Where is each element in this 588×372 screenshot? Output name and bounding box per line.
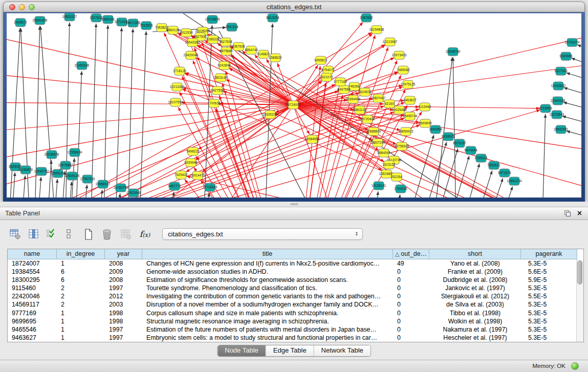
network-node[interactable]: 6466160 (101, 15, 115, 24)
table-cell[interactable]: 2008 (105, 276, 142, 284)
network-node[interactable]: 1588520 (269, 54, 282, 62)
table-cell[interactable]: Tourette syndrome. Phenomenology and cla… (142, 284, 393, 292)
network-node[interactable]: 9455812 (314, 56, 328, 64)
table-cell[interactable]: 2012 (105, 292, 142, 300)
network-edge[interactable] (54, 179, 57, 198)
table-cell[interactable]: de Silva et al. (2003) (429, 300, 521, 309)
table-cell[interactable]: Changes of HCN gene expression and I(f) … (142, 259, 393, 268)
minimize-window-button[interactable] (19, 4, 25, 10)
network-node[interactable]: 252254 (391, 173, 402, 181)
network-node[interactable]: 9777169 (334, 78, 347, 86)
network-node[interactable]: 16154808 (369, 26, 384, 34)
network-node[interactable]: 17957203 (80, 175, 95, 183)
network-node[interactable]: 7857224 (225, 23, 238, 31)
network-node[interactable]: 1700636 (207, 99, 221, 107)
table-cell[interactable]: Stergiakouli et al. (2012) (429, 292, 521, 300)
network-edge[interactable] (69, 182, 72, 198)
table-cell[interactable]: 0 (393, 309, 429, 317)
network-edge[interactable] (117, 193, 120, 198)
network-edge[interactable] (397, 194, 400, 198)
network-node[interactable]: 10651234 (507, 177, 522, 185)
network-node[interactable]: 9827508 (219, 38, 232, 46)
table-cell[interactable]: Estimation of the future numbers of pati… (142, 325, 393, 334)
table-cell[interactable]: Corpus callosum shape and size in male p… (142, 309, 393, 317)
network-node[interactable]: 9474444 (464, 146, 477, 155)
network-node[interactable]: 12975125 (401, 80, 416, 89)
network-node[interactable]: 8186328 (206, 35, 220, 43)
table-cell[interactable]: 22420046 (8, 292, 57, 300)
tab-edge-table[interactable]: Edge Table (266, 345, 314, 356)
table-cell[interactable]: 1 (57, 325, 105, 334)
table-cell[interactable]: 1998 (105, 317, 142, 325)
column-header-title[interactable]: title (142, 249, 393, 259)
table-row[interactable]: 1456911722003Disruption of a novel membe… (8, 300, 583, 309)
network-node[interactable]: 8854749 (245, 46, 258, 54)
close-panel-icon[interactable]: × (577, 210, 582, 217)
table-cell[interactable]: 1998 (105, 309, 142, 317)
column-header-in_degree[interactable]: in_degree (57, 249, 105, 259)
table-cell[interactable]: 49 (393, 259, 429, 268)
table-cell[interactable]: 19384554 (8, 268, 57, 276)
network-node[interactable]: 1621072 (320, 73, 333, 81)
table-cell[interactable]: 18724007 (8, 259, 57, 268)
network-node[interactable]: 10975887 (58, 161, 73, 169)
table-cell[interactable]: 2003 (105, 300, 142, 309)
table-cell[interactable]: 6 (57, 276, 105, 284)
table-cell[interactable]: Structural magnetic resonance image aver… (142, 317, 393, 325)
network-edge[interactable] (66, 23, 70, 198)
network-edge[interactable] (571, 58, 581, 65)
table-cell[interactable]: 9699695 (8, 317, 57, 325)
network-node[interactable]: 11156829 (18, 166, 33, 174)
network-node[interactable]: 17359924 (68, 148, 82, 157)
network-edge[interactable] (116, 28, 122, 198)
network-node[interactable]: 8912934 (180, 29, 193, 37)
network-edge[interactable] (542, 114, 546, 198)
network-node[interactable]: 14136141 (372, 182, 386, 190)
table-cell[interactable]: 1997 (105, 284, 142, 292)
table-cell[interactable]: 9465546 (8, 325, 57, 334)
network-edge[interactable] (567, 131, 581, 138)
network-edge[interactable] (48, 160, 51, 198)
table-cell[interactable]: 0 (393, 268, 429, 276)
network-edge[interactable] (563, 102, 581, 110)
tab-network-table[interactable]: Network Table (314, 345, 371, 356)
table-cell[interactable]: 2 (57, 300, 105, 309)
network-node[interactable]: 15720407 (360, 115, 375, 123)
table-cell[interactable]: 1997 (105, 334, 142, 342)
network-edge[interactable] (22, 176, 25, 198)
network-node[interactable]: 9115460 (419, 103, 431, 111)
network-node[interactable]: 1615152 (382, 161, 396, 169)
network-node[interactable]: 16648784 (446, 48, 461, 56)
network-edge[interactable] (9, 28, 20, 198)
table-cell[interactable]: 5.3E-5 (521, 334, 577, 342)
network-node[interactable]: 2718126 (173, 67, 186, 75)
network-edge[interactable] (564, 87, 581, 96)
table-cell[interactable]: 5.3E-5 (521, 317, 577, 325)
network-node[interactable]: 20206526 (45, 150, 59, 159)
column-header-pagerank[interactable]: pagerank (521, 249, 577, 259)
network-node[interactable]: 21053346 (75, 61, 90, 70)
table-selector[interactable]: citations_edges.txt ▲▼ (162, 228, 363, 240)
network-node[interactable]: 12444158 (551, 97, 565, 105)
network-edge[interactable] (19, 105, 293, 198)
table-cell[interactable]: Disruption of a novel member of a sodium… (142, 300, 393, 309)
network-node[interactable]: 10025488 (392, 106, 407, 114)
network-node[interactable]: 8938923 (442, 133, 455, 141)
network-node[interactable]: 9875685 (220, 47, 233, 55)
network-edge[interactable] (375, 191, 378, 198)
table-cell[interactable]: Yano et al. (2008) (429, 259, 521, 268)
table-cell[interactable]: 6 (57, 268, 105, 276)
network-node[interactable]: 16033809 (205, 15, 220, 24)
network-node[interactable]: 8813054 (266, 14, 279, 22)
table-cell[interactable]: Tibbo et al. (1998) (429, 309, 521, 317)
table-settings-button[interactable] (8, 227, 22, 241)
network-node[interactable]: 9699695 (419, 119, 432, 127)
table-cell[interactable]: 0 (393, 317, 429, 325)
network-edge[interactable] (171, 192, 174, 198)
column-header-out_de[interactable]: △out_de… (393, 249, 429, 259)
window-titlebar[interactable]: citations_edges.txt (3, 2, 585, 12)
network-node[interactable]: 1640954 (429, 125, 442, 134)
table-cell[interactable]: 2009 (105, 268, 142, 276)
table-cell[interactable]: 0 (393, 284, 429, 292)
table-cell[interactable]: Dudbridge et al. (2008) (429, 276, 521, 284)
